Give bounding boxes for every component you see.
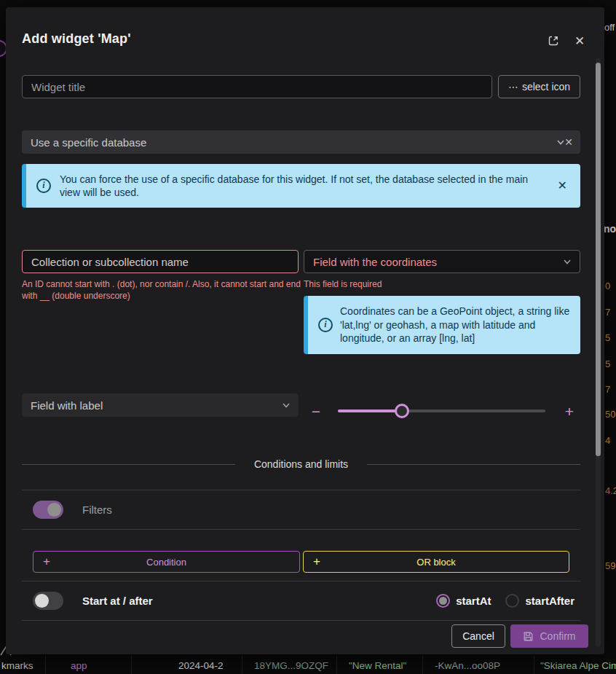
slider-thumb[interactable] xyxy=(395,404,409,418)
zoom-increase-button[interactable]: + xyxy=(559,401,580,422)
add-condition-button[interactable]: + Condition xyxy=(33,551,300,573)
add-or-block-button[interactable]: + OR block xyxy=(303,551,569,573)
coordinates-info-banner: i Coordinates can be a GeoPoint object, … xyxy=(304,296,580,354)
label-field-label: Field with label xyxy=(31,399,103,412)
bg-table-cell: "New Rental" xyxy=(349,660,406,671)
bg-table-value-fragment: 50. xyxy=(605,409,616,420)
label-field-select[interactable]: Field with label xyxy=(22,393,299,417)
bg-table-value-fragment: 0 xyxy=(605,281,610,291)
plus-icon: + xyxy=(313,555,320,569)
dialog-title: Add widget 'Map' xyxy=(22,31,131,47)
bg-table-cell: "Skiarea Alpe Cimb xyxy=(540,660,616,671)
collection-name-input[interactable] xyxy=(22,250,299,273)
radio-selected-icon xyxy=(436,594,450,608)
conditions-section-title: Conditions and limits xyxy=(235,458,367,470)
close-icon: ✕ xyxy=(574,34,585,49)
chevron-down-icon xyxy=(281,400,291,410)
database-select[interactable]: Use a specific database ✕ xyxy=(22,130,580,154)
dismiss-banner-icon[interactable]: ✕ xyxy=(555,178,570,193)
conditions-section-divider: Conditions and limits xyxy=(22,458,580,471)
bg-table-cell: app xyxy=(71,660,87,671)
start-after-option-label: startAfter xyxy=(525,595,574,607)
modal-scrollbar-thumb[interactable] xyxy=(596,63,601,456)
collection-helper-text: An ID cannot start with . (dot), nor con… xyxy=(22,278,307,302)
select-icon-button[interactable]: ⋯ select icon xyxy=(498,75,580,98)
bg-table-value-fragment: 5 xyxy=(605,332,610,343)
start-at-radio-group: startAt startAfter xyxy=(436,594,580,608)
cancel-button[interactable]: Cancel xyxy=(451,624,505,648)
bg-table-cell: 18YMG...9OZQF xyxy=(254,660,328,671)
bg-table-divider xyxy=(131,655,132,674)
bg-table-divider xyxy=(242,655,242,674)
info-icon: i xyxy=(318,318,333,332)
bg-table-divider xyxy=(422,655,423,674)
start-at-label: Start at / after xyxy=(82,595,153,607)
radio-unselected-icon xyxy=(505,594,519,608)
app-background: { "modal": { "title": "Add widget 'Map'"… xyxy=(0,0,616,674)
slider-fill xyxy=(338,410,402,412)
toggle-knob xyxy=(35,594,49,608)
bg-table-value-fragment: 7 xyxy=(605,384,610,395)
select-icon-label: select icon xyxy=(522,81,570,93)
start-at-option-label: startAt xyxy=(456,595,491,607)
bg-table-value-fragment: 4 xyxy=(605,435,610,446)
info-icon: i xyxy=(36,179,51,193)
close-dialog-button[interactable]: ✕ xyxy=(572,34,587,48)
start-at-toggle[interactable] xyxy=(33,592,63,610)
confirm-button-label: Confirm xyxy=(540,630,575,642)
bg-table-value-fragment: 4.2 xyxy=(605,485,616,496)
bg-table-divider xyxy=(534,655,534,674)
bg-table-value-fragment: 59 xyxy=(605,560,615,571)
filters-row: Filters xyxy=(22,490,580,529)
zoom-slider[interactable] xyxy=(338,410,545,412)
add-widget-map-dialog: Add widget 'Map' ✕ ⋯ select icon Use a s… xyxy=(6,7,604,654)
chevron-down-icon xyxy=(556,137,566,147)
filters-toggle[interactable] xyxy=(33,501,63,519)
coordinates-error-text: This field is required xyxy=(304,278,580,290)
expand-dialog-button[interactable] xyxy=(546,34,561,48)
bg-table-fragment-off: off xyxy=(604,22,615,33)
clear-database-icon[interactable]: ✕ xyxy=(564,136,573,148)
ellipsis-icon: ⋯ xyxy=(508,81,519,93)
bg-table-divider xyxy=(45,655,46,674)
bg-table-cell: 2024-04-2 xyxy=(178,660,224,671)
bg-table-value-fragment: 5 xyxy=(605,358,610,369)
database-select-value: Use a specific database xyxy=(31,136,146,149)
confirm-button[interactable]: Confirm xyxy=(510,624,588,648)
radio-option-start-after[interactable]: startAfter xyxy=(505,594,574,608)
bg-table-divider xyxy=(336,655,337,674)
toggle-knob xyxy=(47,503,61,517)
condition-button-label: Condition xyxy=(146,557,186,568)
open-in-full-icon xyxy=(547,34,560,47)
condition-buttons-row: + Condition + OR block xyxy=(22,529,580,581)
or-block-button-label: OR block xyxy=(416,557,455,568)
database-info-text: You can force the use of a specific data… xyxy=(60,173,546,200)
minus-icon: − xyxy=(312,403,320,420)
coordinates-info-text: Coordinates can be a GeoPoint object, a … xyxy=(340,305,572,345)
plus-icon: + xyxy=(43,555,50,569)
chevron-down-icon xyxy=(562,256,572,267)
bg-table-header-fragment: nou xyxy=(604,223,616,235)
bg-table-cell: kmarks xyxy=(1,660,33,671)
plus-icon: + xyxy=(565,403,574,420)
database-info-banner: i You can force the use of a specific da… xyxy=(22,164,580,208)
coordinates-field-select[interactable]: Field with the coordinates xyxy=(304,250,580,273)
zoom-decrease-button[interactable]: − xyxy=(306,401,326,422)
filters-label: Filters xyxy=(82,503,112,516)
save-icon xyxy=(523,631,534,642)
coordinates-field-label: Field with the coordinates xyxy=(313,256,437,268)
radio-option-start-at[interactable]: startAt xyxy=(436,594,491,608)
bg-table-cell: -KwAn...oo08P xyxy=(435,660,500,671)
bg-table-value-fragment: 7 xyxy=(605,307,610,318)
start-at-row: Start at / after startAt startAfter xyxy=(22,581,580,621)
widget-title-input[interactable] xyxy=(22,75,492,98)
